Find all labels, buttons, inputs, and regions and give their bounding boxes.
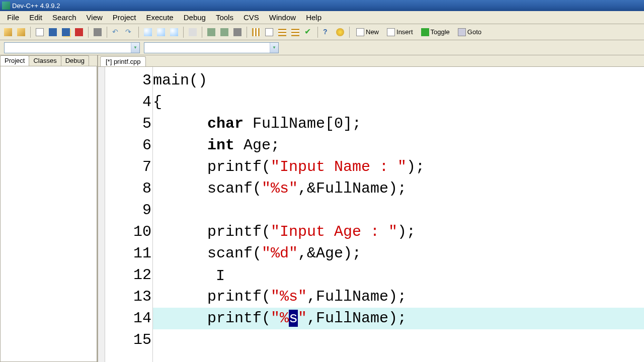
save-button[interactable]: [47, 26, 59, 38]
side-tab-project[interactable]: Project: [0, 55, 29, 66]
window-title: Dev-C++ 4.9.9.2: [12, 2, 60, 10]
code-line[interactable]: {: [153, 92, 644, 113]
insert-button[interactable]: Insert: [383, 26, 417, 38]
line-number: 4: [105, 92, 152, 113]
line-number: 5: [105, 113, 152, 135]
menu-debug[interactable]: Debug: [179, 11, 211, 24]
code-line[interactable]: I: [153, 264, 644, 286]
menu-window[interactable]: Window: [264, 11, 301, 24]
debug3-button[interactable]: [289, 26, 301, 38]
side-tabs: Project Classes Debug: [0, 55, 97, 66]
titlebar: Dev-C++ 4.9.9.2: [0, 0, 644, 11]
file-tab[interactable]: [*] printf.cpp: [100, 56, 146, 66]
debug2-button[interactable]: [276, 26, 288, 38]
debug-button[interactable]: [263, 26, 275, 38]
line-number: 6: [105, 135, 152, 156]
replace-button[interactable]: [155, 26, 167, 38]
goto-button[interactable]: Goto: [454, 26, 485, 38]
check-button[interactable]: ✔: [302, 26, 314, 38]
toolbar: ↶ ↷ ✔ ? New Insert Toggle Goto: [0, 24, 644, 40]
side-tab-debug[interactable]: Debug: [61, 55, 89, 66]
selector-row: ▼ ▼: [0, 40, 644, 55]
print-button[interactable]: [92, 26, 104, 38]
line-number: 13: [105, 286, 152, 308]
code-editor[interactable]: main(){ char FullName[0]; int Age; print…: [153, 67, 644, 362]
rebuild-button[interactable]: [250, 26, 262, 38]
redo-button[interactable]: ↷: [123, 26, 135, 38]
undo-button[interactable]: ↶: [110, 26, 122, 38]
goto-line-button[interactable]: [187, 26, 199, 38]
line-number: 14: [105, 308, 152, 329]
code-line[interactable]: printf("Input Age : ");: [153, 221, 644, 243]
menu-project[interactable]: Project: [108, 11, 141, 24]
line-number: 12: [105, 264, 152, 286]
menu-tools[interactable]: Tools: [211, 11, 238, 24]
menu-help[interactable]: Help: [301, 11, 327, 24]
line-number: 9: [105, 200, 152, 221]
folding-gutter: [98, 67, 105, 362]
save-all-button[interactable]: [60, 26, 72, 38]
code-line[interactable]: printf("%s",FullName);: [153, 308, 644, 329]
line-number-gutter: 3456789101112131415: [105, 67, 153, 362]
side-panel-body: [0, 66, 97, 362]
line-number: 3: [105, 70, 152, 92]
line-number: 10: [105, 221, 152, 243]
find-next-button[interactable]: [168, 26, 180, 38]
menu-edit[interactable]: Edit: [24, 11, 47, 24]
open-button[interactable]: [15, 26, 27, 38]
member-combo[interactable]: ▼: [144, 42, 279, 53]
about-button[interactable]: [334, 26, 346, 38]
menu-execute[interactable]: Execute: [141, 11, 179, 24]
side-tab-classes[interactable]: Classes: [29, 55, 61, 66]
help-button[interactable]: ?: [321, 26, 333, 38]
workspace: Project Classes Debug [*] printf.cpp 345…: [0, 55, 644, 362]
app-icon: [2, 2, 10, 10]
code-line[interactable]: [153, 329, 644, 351]
new-file-button[interactable]: [34, 26, 46, 38]
new-code-button[interactable]: New: [353, 26, 382, 38]
side-panel: Project Classes Debug: [0, 55, 98, 362]
code-line[interactable]: [153, 200, 644, 221]
new-project-button[interactable]: [2, 26, 14, 38]
toggle-button[interactable]: Toggle: [418, 26, 453, 38]
find-button[interactable]: [142, 26, 154, 38]
editor-area: [*] printf.cpp 3456789101112131415 main(…: [98, 55, 644, 362]
menubar: File Edit Search View Project Execute De…: [0, 11, 644, 24]
code-line[interactable]: printf("%s",FullName);: [153, 286, 644, 308]
close-button[interactable]: [73, 26, 85, 38]
compile-run-button[interactable]: [231, 26, 244, 38]
line-number: 11: [105, 243, 152, 264]
text-cursor: I: [216, 265, 225, 287]
compile-button[interactable]: [205, 26, 217, 38]
code-line[interactable]: char FullName[0];: [153, 113, 644, 135]
code-line[interactable]: printf("Input Name : ");: [153, 156, 644, 178]
line-number: 7: [105, 156, 152, 178]
run-button[interactable]: [218, 26, 230, 38]
code-line[interactable]: scanf("%d",&Age);: [153, 243, 644, 264]
code-line[interactable]: scanf("%s",&FullName);: [153, 178, 644, 200]
line-number: 8: [105, 178, 152, 200]
code-line[interactable]: int Age;: [153, 135, 644, 156]
scope-combo[interactable]: ▼: [4, 42, 140, 53]
menu-file[interactable]: File: [2, 11, 24, 24]
menu-cvs[interactable]: CVS: [238, 11, 264, 24]
menu-search[interactable]: Search: [47, 11, 82, 24]
menu-view[interactable]: View: [82, 11, 108, 24]
file-tabs: [*] printf.cpp: [98, 55, 644, 66]
line-number: 15: [105, 329, 152, 351]
code-line[interactable]: main(): [153, 70, 644, 92]
chevron-down-icon: ▼: [131, 43, 139, 53]
chevron-down-icon: ▼: [270, 43, 278, 53]
code-container: 3456789101112131415 main(){ char FullNam…: [98, 66, 644, 362]
